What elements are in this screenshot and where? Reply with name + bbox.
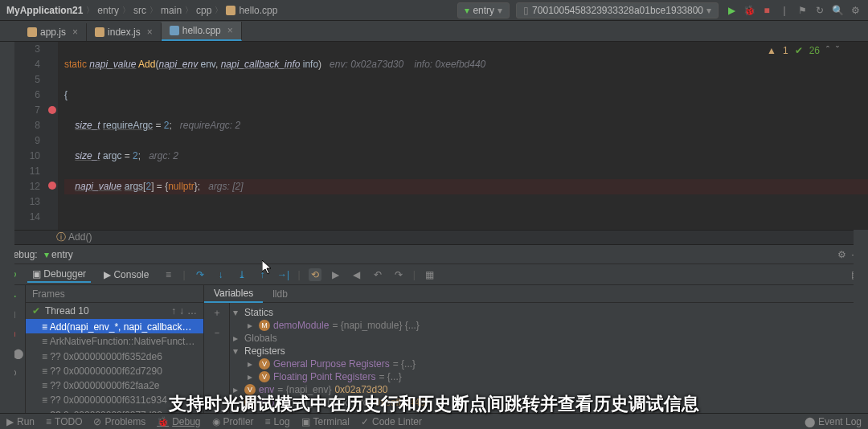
eventlog-tool[interactable]: ⬤ Event Log xyxy=(805,416,862,427)
console-tab[interactable]: ▶ Console xyxy=(99,268,154,282)
threads-icon[interactable]: ≡ xyxy=(162,268,174,281)
back-icon[interactable]: ◀ xyxy=(350,268,363,281)
force-step-icon[interactable]: ⤓ xyxy=(235,268,248,281)
close-icon[interactable]: × xyxy=(147,27,153,38)
profiler-tool[interactable]: ◉ Profiler xyxy=(212,416,254,427)
stop-button[interactable]: ■ xyxy=(760,4,773,17)
warning-icon[interactable]: ▲ xyxy=(767,45,776,56)
gear-icon[interactable]: ⚙ xyxy=(837,249,846,260)
debug-button[interactable]: 🐞 xyxy=(743,4,755,17)
frames-header: Frames xyxy=(26,285,203,303)
bc-4[interactable]: cpp xyxy=(196,5,211,16)
add-icon[interactable]: ＋ xyxy=(212,306,222,320)
debug-config[interactable]: entry xyxy=(51,249,73,260)
top-navbar: MyApplication21〉 entry〉 src〉 main〉 cpp〉 … xyxy=(0,0,868,21)
stack-frame[interactable]: ≡ ?? 0x000000000f6352de6 xyxy=(26,349,203,363)
editor-status: ▲1 ✔26 ˆˇ xyxy=(767,45,839,56)
time-travel-icon[interactable]: ⟲ xyxy=(309,268,321,281)
run-config-select[interactable]: ▾entry▾ xyxy=(457,2,510,18)
thread-row[interactable]: ✔ Thread 10 ↑↓… xyxy=(26,303,203,319)
divider: | xyxy=(778,4,791,17)
code-area[interactable]: static napi_value Add(napi_env env, napi… xyxy=(58,42,868,230)
bc-1[interactable]: entry xyxy=(97,5,119,16)
pass-icon[interactable]: ✔ xyxy=(795,45,803,56)
close-icon[interactable]: × xyxy=(72,27,78,38)
debug-toolbar: ↻ ▣ Debugger ▶ Console ≡ | ↷ ↓ ⤓ ↑ →| | … xyxy=(0,264,868,285)
lldb-tab[interactable]: lldb xyxy=(263,286,297,302)
tab-index-js[interactable]: index.js× xyxy=(87,23,162,41)
debug-panel: Debug: ▾ entry ⚙ — ↻ ▣ Debugger ▶ Consol… xyxy=(0,244,868,422)
undo-icon[interactable]: ↶ xyxy=(371,268,384,281)
bc-3[interactable]: main xyxy=(161,5,182,16)
bc-project[interactable]: MyApplication21 xyxy=(6,5,83,16)
log-tool[interactable]: ≡ Log xyxy=(265,416,290,427)
redo-icon[interactable]: ↷ xyxy=(392,268,405,281)
step-out-icon[interactable]: ↑ xyxy=(256,268,269,281)
stack-frame[interactable]: ≡ Add(napi_env_*, napi_callback_info_*) … xyxy=(26,319,203,333)
up-icon[interactable]: ↑ xyxy=(171,305,176,317)
stack-frame[interactable]: ≡ ?? 0x000000000f62faa2e xyxy=(26,378,203,392)
sync-icon[interactable]: ↻ xyxy=(813,4,826,17)
device-select[interactable]: ▯7001005458323933328a01bce1933800▾ xyxy=(516,2,719,18)
run-to-cursor-icon[interactable]: →| xyxy=(277,268,290,281)
breakpoint-gutter[interactable] xyxy=(47,42,58,230)
cpp-icon xyxy=(170,26,179,35)
code-editor[interactable]: 345 678 91011 121314 static napi_value A… xyxy=(0,42,868,230)
frames-panel: Frames ✔ Thread 10 ↑↓… ≡ Add(napi_env_*,… xyxy=(26,285,204,422)
tab-hello-cpp[interactable]: hello.cpp× xyxy=(162,22,242,41)
search-icon[interactable]: 🔍 xyxy=(831,4,844,17)
debug-tool[interactable]: 🐞 Debug xyxy=(157,416,200,427)
codelinter-tool[interactable]: ✓ Code Linter xyxy=(361,416,422,427)
step-over-icon[interactable]: ↷ xyxy=(194,268,207,281)
debugger-tab[interactable]: ▣ Debugger xyxy=(27,267,91,283)
down-icon[interactable]: ↓ xyxy=(179,305,184,317)
more-icon[interactable]: … xyxy=(187,305,197,317)
breakpoint-icon[interactable] xyxy=(48,106,56,114)
problems-tool[interactable]: ⊘ Problems xyxy=(93,416,145,427)
stack-frame[interactable]: ≡ ArkNativeFunction::NativeFunctionCa xyxy=(26,333,203,348)
breadcrumb: MyApplication21〉 entry〉 src〉 main〉 cpp〉 … xyxy=(6,5,457,16)
js-icon xyxy=(27,27,37,37)
breakpoint-icon[interactable] xyxy=(48,182,56,190)
step-into-icon[interactable]: ↓ xyxy=(215,268,227,281)
cpp-icon xyxy=(226,6,235,15)
close-icon[interactable]: × xyxy=(227,25,233,36)
editor-tabs: app.js× index.js× hello.cpp× xyxy=(0,21,868,42)
stack-frame[interactable]: ≡ ?? 0x000000000f6311c934 xyxy=(26,392,203,407)
js-icon xyxy=(95,27,104,37)
status-bar: ▶ Run ≡ TODO ⊘ Problems 🐞 Debug ◉ Profil… xyxy=(0,413,868,429)
terminal-tool[interactable]: ▣ Terminal xyxy=(301,416,350,427)
remove-icon[interactable]: － xyxy=(212,326,222,340)
bc-2[interactable]: src xyxy=(133,5,146,16)
resume-icon[interactable]: ▶ xyxy=(330,268,342,281)
context-bar: ⓘ Add() xyxy=(0,230,868,244)
variables-panel: Variables lldb ＋ － ▾Statics ▸MdemoModule… xyxy=(204,285,868,422)
variables-tree[interactable]: ▾Statics ▸MdemoModule = {napi_module} {.… xyxy=(230,303,868,422)
bc-file[interactable]: hello.cpp xyxy=(239,5,277,16)
attach-icon[interactable]: ⚑ xyxy=(796,4,809,17)
variables-tab[interactable]: Variables xyxy=(204,285,263,303)
tab-app-js[interactable]: app.js× xyxy=(19,23,87,41)
stack-frame[interactable]: ≡ ?? 0x000000000f62d7290 xyxy=(26,363,203,378)
evaluate-icon[interactable]: ▦ xyxy=(424,268,436,281)
settings-icon[interactable]: ⚙ xyxy=(849,4,862,17)
check-icon: ✔ xyxy=(32,305,40,317)
run-button[interactable]: ▶ xyxy=(725,4,738,17)
line-numbers: 345 678 91011 121314 xyxy=(14,42,47,230)
run-tool[interactable]: ▶ Run xyxy=(6,416,35,427)
todo-tool[interactable]: ≡ TODO xyxy=(46,416,82,427)
